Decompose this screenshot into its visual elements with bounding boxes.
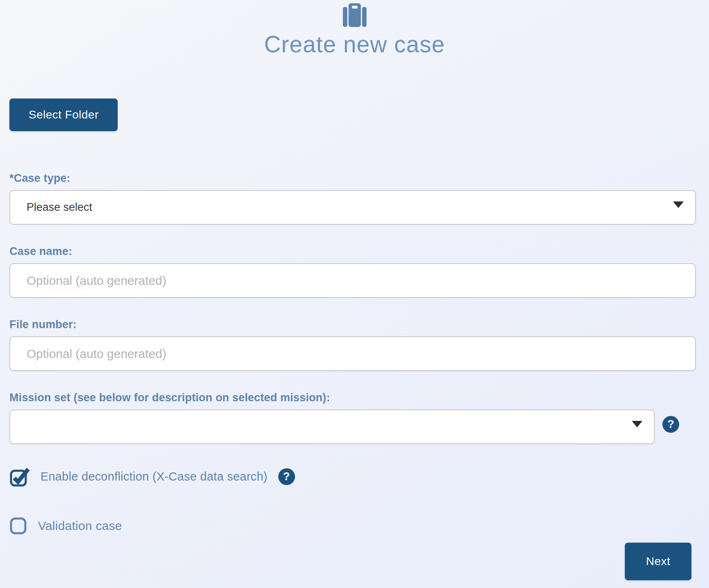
- briefcase-icon: [340, 3, 369, 27]
- select-folder-button[interactable]: Select Folder: [9, 98, 118, 131]
- mission-set-label: Mission set (see below for description o…: [9, 391, 696, 404]
- mission-set-help-icon[interactable]: ?: [662, 416, 679, 433]
- create-case-form: *Case type: Please select Case name: Fil…: [9, 172, 696, 535]
- deconfliction-checkbox[interactable]: [9, 466, 30, 487]
- mission-set-row: ?: [9, 404, 696, 444]
- file-number-input[interactable]: [9, 336, 696, 371]
- mission-set-select[interactable]: [9, 409, 655, 444]
- next-button[interactable]: Next: [625, 543, 691, 580]
- create-case-page: Create new case Select Folder *Case type…: [0, 0, 709, 588]
- page-title: Create new case: [0, 33, 709, 56]
- chevron-down-icon: [632, 421, 642, 427]
- validation-label: Validation case: [38, 519, 122, 533]
- chevron-down-icon: [673, 201, 684, 208]
- validation-checkbox-row[interactable]: Validation case: [9, 517, 696, 535]
- case-type-selected-value: Please select: [27, 201, 92, 214]
- deconfliction-label: Enable deconfliction (X-Case data search…: [40, 470, 268, 483]
- deconfliction-help-icon[interactable]: ?: [278, 468, 295, 485]
- case-type-label: *Case type:: [9, 172, 696, 185]
- validation-checkbox[interactable]: [9, 517, 27, 535]
- file-number-label: File number:: [9, 318, 696, 331]
- deconfliction-checkbox-row[interactable]: Enable deconfliction (X-Case data search…: [9, 466, 696, 487]
- page-header: Create new case: [0, 0, 709, 56]
- case-type-select[interactable]: Please select: [9, 190, 696, 225]
- case-name-input[interactable]: [9, 263, 696, 298]
- case-name-label: Case name:: [9, 245, 696, 258]
